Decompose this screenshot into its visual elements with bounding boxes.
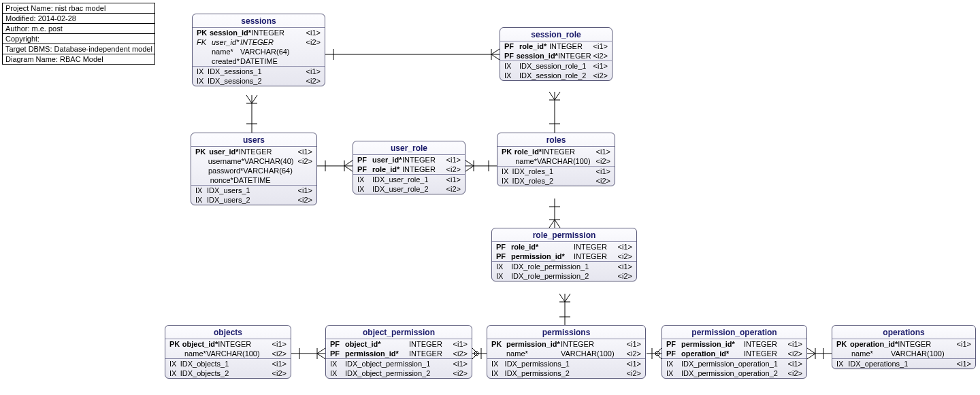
svg-line-12: [344, 160, 353, 166]
entity-permissions[interactable]: permissions PKpermission_id*INTEGER<i1> …: [487, 325, 646, 379]
entity-users[interactable]: users PKuser_id*INTEGER<i1> username*VAR…: [191, 133, 317, 205]
entity-roles[interactable]: roles PKrole_id*INTEGER<i1> name*VARCHAR…: [497, 133, 615, 186]
rel-users-sessions: [246, 95, 257, 133]
svg-line-32: [559, 294, 565, 302]
svg-line-37: [317, 348, 325, 354]
meta-diagram: Diagram Name: RBAC Model: [3, 54, 154, 64]
entity-title: roles: [497, 133, 615, 147]
meta-dbms: Target DBMS: Database-independent model: [3, 44, 154, 54]
rel-permissions-permop: [647, 348, 662, 359]
svg-line-23: [555, 92, 560, 100]
entity-sessions[interactable]: sessions PKsession_id*INTEGER<i1> FKuser…: [192, 14, 325, 86]
entity-title: permission_operation: [662, 326, 806, 339]
rel-roles-userrole: [466, 160, 497, 171]
entity-title: role_permission: [492, 228, 636, 242]
entity-title: objects: [165, 326, 291, 339]
entity-title: operations: [832, 326, 975, 339]
svg-line-22: [549, 92, 555, 100]
svg-line-28: [555, 220, 560, 228]
svg-line-52: [807, 348, 815, 354]
svg-line-42: [472, 348, 478, 354]
entity-operations[interactable]: operations PKoperation_id*INTEGER<i1> na…: [832, 325, 976, 369]
meta-project: Project Name: nist rbac model: [3, 3, 154, 14]
svg-point-44: [474, 351, 478, 356]
rel-permissions-objectpermission: [472, 348, 487, 359]
meta-author: Author: m.e. post: [3, 24, 154, 34]
rel-sessions-sessionrole: [325, 49, 500, 60]
rel-operations-permop: [807, 348, 832, 359]
rel-objects-objectpermission: [291, 348, 325, 359]
svg-line-43: [472, 354, 478, 359]
svg-line-3: [491, 54, 500, 60]
entity-permission-operation[interactable]: permission_operation PFpermission_id*INT…: [662, 325, 807, 379]
svg-line-48: [656, 354, 662, 359]
svg-point-49: [655, 351, 659, 356]
svg-line-47: [656, 348, 662, 354]
svg-line-18: [466, 166, 474, 171]
meta-modified: Modified: 2014-02-28: [3, 14, 154, 24]
entity-title: session_role: [500, 28, 612, 41]
svg-line-13: [344, 166, 353, 171]
entity-title: permissions: [487, 326, 645, 339]
entity-role-permission[interactable]: role_permission PFrole_id*INTEGER<i1> PF…: [491, 228, 637, 281]
svg-line-8: [252, 95, 257, 103]
entity-title: user_role: [353, 141, 465, 155]
entity-session-role[interactable]: session_role PFrole_id*INTEGER<i1> PFses…: [500, 27, 612, 81]
meta-copyright: Copyright:: [3, 34, 154, 44]
rel-users-userrole: [317, 160, 353, 171]
entity-objects[interactable]: objects PKobject_id*INTEGER<i1> name*VAR…: [165, 325, 291, 379]
rel-roles-sessionrole: [549, 92, 560, 133]
entity-title: sessions: [193, 14, 325, 28]
entity-object-permission[interactable]: object_permission PFobject_id*INTEGER<i1…: [325, 325, 472, 379]
entity-title: object_permission: [326, 326, 472, 339]
svg-line-38: [317, 354, 325, 359]
entity-user-role[interactable]: user_role PFuser_id*INTEGER<i1> PFrole_i…: [353, 141, 466, 194]
svg-line-17: [466, 160, 474, 166]
svg-line-27: [549, 220, 555, 228]
metadata-box: Project Name: nist rbac model Modified: …: [2, 3, 155, 65]
svg-line-2: [491, 49, 500, 54]
entity-title: users: [191, 133, 316, 147]
rel-roles-rolepermission: [549, 199, 560, 228]
svg-line-33: [565, 294, 570, 302]
rel-permissions-rolepermission: [559, 294, 570, 325]
svg-line-7: [246, 95, 252, 103]
svg-line-53: [807, 354, 815, 359]
